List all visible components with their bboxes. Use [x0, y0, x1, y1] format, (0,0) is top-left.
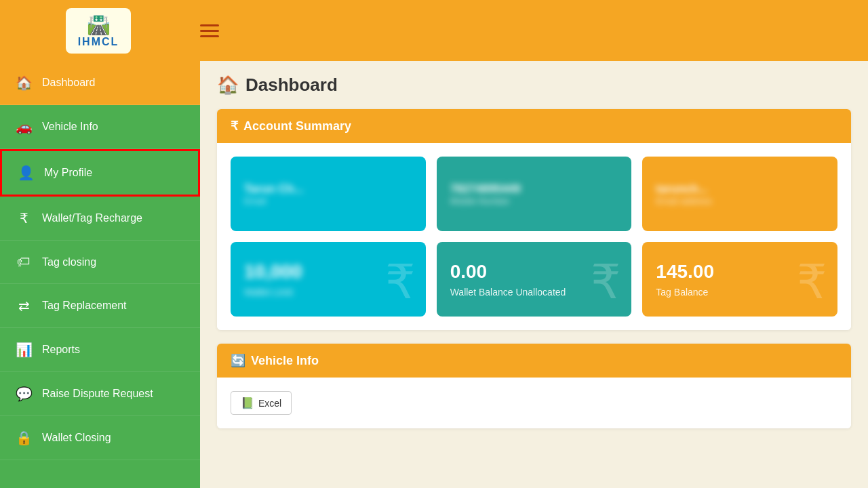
sidebar-item-reports[interactable]: 📊 Reports	[0, 328, 200, 372]
rupee-bg-icon-3: ₹	[797, 254, 827, 310]
account-summary-body: Tarun Ch... Email 78274895449 Mobile Num…	[217, 143, 851, 330]
tag-replacement-icon: ⇄	[15, 298, 33, 314]
summary-card-wallet-unallocated: 0.00 Wallet Balance Unallocated ₹	[437, 242, 632, 317]
page-title-icon: 🏠	[217, 75, 239, 96]
dispute-icon: 💬	[15, 386, 33, 402]
sidebar: 🏠 Dashboard 🚗 Vehicle Info 👤 My Profile …	[0, 61, 200, 488]
sidebar-label-wallet-tag-recharge: Wallet/Tag Recharge	[42, 212, 142, 224]
summary-card-mobile: 78274895449 Mobile Number	[437, 157, 632, 231]
wallet-recharge-icon: ₹	[15, 210, 33, 226]
sidebar-item-wallet-closing[interactable]: 🔒 Wallet Closing	[0, 416, 200, 460]
account-summary-title: Account Summary	[243, 119, 351, 134]
summary-card-tag-balance: 145.00 Tag Balance ₹	[642, 242, 837, 317]
dashboard-icon: 🏠	[15, 75, 33, 91]
email-address: tarunch...	[656, 182, 824, 196]
logo-box: 🛣️ IHMCL	[66, 8, 132, 54]
sidebar-item-vehicle-info[interactable]: 🚗 Vehicle Info	[0, 105, 200, 149]
page-title-text: Dashboard	[245, 75, 338, 96]
mobile-number-sub: Mobile Number	[450, 196, 618, 206]
vehicle-info-icon: 🔄	[231, 353, 245, 368]
hamburger-button[interactable]	[197, 21, 222, 41]
sidebar-label-raise-dispute: Raise Dispute Request	[42, 388, 153, 400]
account-summary-header: ₹ Account Summary	[217, 109, 851, 143]
rupee-bg-icon-2: ₹	[591, 254, 621, 310]
account-summary-icon: ₹	[231, 119, 238, 134]
vehicle-icon: 🚗	[15, 119, 33, 135]
vehicle-info-header: 🔄 Vehicle Info	[217, 344, 851, 378]
sidebar-item-tag-replacement[interactable]: ⇄ Tag Replacement	[0, 284, 200, 328]
vehicle-info-body: 📗 Excel	[217, 378, 851, 428]
sidebar-item-raise-dispute[interactable]: 💬 Raise Dispute Request	[0, 372, 200, 416]
sidebar-item-my-profile[interactable]: 👤 My Profile	[0, 149, 200, 197]
wallet-closing-icon: 🔒	[15, 430, 33, 446]
sidebar-label-my-profile: My Profile	[44, 167, 92, 179]
sidebar-label-dashboard: Dashboard	[42, 77, 95, 89]
account-name-sub: Email	[244, 196, 412, 206]
summary-grid: Tarun Ch... Email 78274895449 Mobile Num…	[231, 157, 837, 317]
vehicle-info-section: 🔄 Vehicle Info 📗 Excel	[217, 344, 851, 428]
excel-button-label: Excel	[258, 398, 281, 409]
mobile-number: 78274895449	[450, 182, 618, 196]
excel-button[interactable]: 📗 Excel	[231, 391, 292, 415]
page-title: 🏠 Dashboard	[217, 75, 851, 96]
email-address-sub: Email address	[656, 196, 824, 206]
sidebar-label-tag-replacement: Tag Replacement	[42, 300, 127, 312]
sidebar-label-wallet-closing: Wallet Closing	[42, 432, 111, 444]
sidebar-item-tag-closing[interactable]: 🏷 Tag closing	[0, 241, 200, 284]
sidebar-label-reports: Reports	[42, 344, 80, 356]
reports-icon: 📊	[15, 342, 33, 358]
top-header: 🛣️ IHMCL	[0, 0, 868, 61]
account-summary-section: ₹ Account Summary Tarun Ch... Email 7827…	[217, 109, 851, 330]
summary-card-name: Tarun Ch... Email	[231, 157, 426, 231]
profile-icon: 👤	[17, 165, 35, 181]
account-name: Tarun Ch...	[244, 182, 412, 196]
logo-road-icon: 🛣️	[87, 14, 111, 36]
logo-area: 🛣️ IHMCL	[10, 8, 186, 54]
content-area: 🏠 Dashboard ₹ Account Summary Tarun Ch..…	[200, 61, 868, 488]
sidebar-item-wallet-tag-recharge[interactable]: ₹ Wallet/Tag Recharge	[0, 197, 200, 241]
hamburger-line-2	[200, 30, 219, 32]
sidebar-label-tag-closing: Tag closing	[42, 256, 96, 268]
sidebar-label-vehicle-info: Vehicle Info	[42, 121, 98, 133]
excel-icon: 📗	[241, 396, 254, 409]
vehicle-info-title: Vehicle Info	[251, 354, 319, 368]
hamburger-line-3	[200, 35, 219, 37]
main-layout: 🏠 Dashboard 🚗 Vehicle Info 👤 My Profile …	[0, 61, 868, 488]
hamburger-line-1	[200, 24, 219, 26]
summary-card-wallet-limit: 10,000 Wallet Limit ₹	[231, 242, 426, 317]
sidebar-item-dashboard[interactable]: 🏠 Dashboard	[0, 61, 200, 105]
logo-text: IHMCL	[78, 36, 119, 48]
hamburger-area	[186, 21, 222, 41]
summary-card-email: tarunch... Email address	[642, 157, 837, 231]
rupee-bg-icon-1: ₹	[385, 254, 416, 310]
tag-closing-icon: 🏷	[15, 254, 33, 270]
